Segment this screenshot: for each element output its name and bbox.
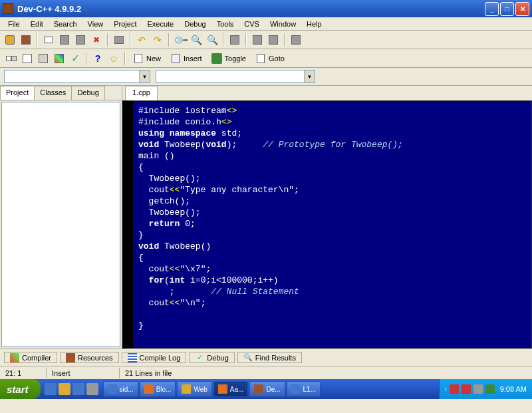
tab-debug-bottom[interactable]: ✓Debug	[189, 352, 234, 363]
open-icon[interactable]	[41, 33, 56, 47]
app-icon	[254, 384, 263, 394]
menu-debug[interactable]: Debug	[179, 19, 211, 29]
insert-button[interactable]: Insert	[166, 52, 206, 65]
clock[interactable]: 9:08 AM	[500, 385, 527, 393]
status-lines: 21 Lines in file	[120, 368, 532, 378]
new-button[interactable]: New	[129, 52, 165, 65]
menu-file[interactable]: File	[3, 19, 25, 29]
editor-tab-1cpp[interactable]: 1.cpp	[125, 86, 158, 100]
app-icon	[3, 3, 13, 14]
tray-icon[interactable]	[450, 384, 459, 394]
menu-window[interactable]: Window	[265, 19, 301, 29]
tab-compile-log[interactable]: Compile Log	[122, 352, 187, 363]
goto-button[interactable]: Goto	[251, 52, 289, 65]
toggle-icon	[211, 53, 222, 64]
taskbar-item[interactable]: Web	[177, 381, 211, 397]
statusbar: 21: 1 Insert 21 Lines in file	[0, 366, 532, 379]
tray-shield-icon[interactable]	[485, 384, 495, 394]
ql-chrome-icon[interactable]	[59, 383, 70, 395]
find-results-icon: 🔍	[243, 353, 253, 362]
close-file-icon[interactable]: ✖	[89, 33, 104, 47]
menubar: File Edit Search View Project Execute De…	[0, 17, 532, 31]
taskbar-item[interactable]: Aa...	[213, 381, 249, 397]
about-icon[interactable]: ☺	[106, 51, 121, 66]
tab-compiler[interactable]: Compiler	[4, 352, 57, 363]
app-icon	[182, 384, 191, 394]
run-icon[interactable]	[250, 33, 265, 47]
ql-explorer-icon[interactable]	[72, 383, 84, 395]
taskbar-item[interactable]: sid...	[103, 381, 138, 397]
chevron-down-icon[interactable]: ▼	[139, 70, 150, 82]
tab-project[interactable]: Project	[0, 86, 35, 100]
toggle-button[interactable]: Toggle	[207, 52, 250, 65]
window-title: Dev-C++ 4.9.9.2	[17, 4, 81, 14]
maximize-button[interactable]: □	[500, 2, 514, 16]
taskbar-item[interactable]: De...	[249, 381, 285, 397]
toolbar-main: ✖ ↶ ↷ 🔍 🔍 🔍	[0, 31, 532, 49]
goto-icon	[255, 53, 266, 64]
redo-icon[interactable]: ↷	[150, 33, 165, 47]
replace-icon[interactable]: 🔍	[189, 33, 203, 47]
compilerun-icon[interactable]	[266, 33, 281, 47]
app-icon	[291, 384, 301, 394]
squares-icon-4[interactable]	[52, 51, 66, 66]
rebuild-icon[interactable]	[289, 33, 303, 47]
code-editor[interactable]: #include iostream<> #include conio.h<> u…	[122, 100, 532, 348]
tab-resources[interactable]: Resources	[60, 352, 119, 363]
menu-project[interactable]: Project	[108, 19, 142, 29]
debug-icon: ✓	[195, 353, 204, 362]
minimize-button[interactable]: _	[485, 2, 499, 16]
titlebar: Dev-C++ 4.9.9.2 _ □ ✕	[0, 0, 532, 17]
new-file-icon	[133, 53, 144, 64]
toolbar-secondary: ✓ ? ☺ New Insert Toggle Goto	[0, 49, 532, 68]
squares-icon-3[interactable]	[36, 51, 51, 66]
new-project-icon[interactable]	[19, 33, 33, 47]
tab-find-results[interactable]: 🔍Find Results	[237, 352, 302, 363]
menu-help[interactable]: Help	[301, 19, 327, 29]
menu-edit[interactable]: Edit	[25, 19, 49, 29]
ql-desktop-icon[interactable]	[86, 383, 98, 395]
menu-search[interactable]: Search	[49, 19, 82, 29]
app-icon	[144, 384, 154, 394]
app-icon	[218, 384, 227, 394]
squares-icon-1[interactable]	[4, 51, 19, 66]
tab-debug[interactable]: Debug	[71, 86, 104, 100]
undo-icon[interactable]: ↶	[134, 33, 149, 47]
check-icon[interactable]: ✓	[68, 51, 82, 66]
save-icon[interactable]	[57, 33, 72, 47]
close-button[interactable]: ✕	[515, 2, 529, 16]
compiler-icon	[10, 353, 19, 362]
menu-tools[interactable]: Tools	[211, 19, 239, 29]
taskbar: start sid... Blo... Web Aa... De... L1..…	[0, 379, 532, 399]
tab-classes[interactable]: Classes	[34, 86, 72, 100]
findnext-icon[interactable]: 🔍	[205, 33, 219, 47]
insert-icon	[170, 53, 181, 64]
menu-cvs[interactable]: CVS	[239, 19, 265, 29]
output-tabs: Compiler Resources Compile Log ✓Debug 🔍F…	[0, 348, 532, 366]
class-browser-combo[interactable]: ▼	[4, 70, 150, 83]
function-browser-combo[interactable]: ▼	[156, 70, 315, 83]
app-icon	[108, 384, 117, 394]
ql-ie-icon[interactable]	[45, 383, 57, 395]
new-source-icon[interactable]	[3, 33, 17, 47]
start-button[interactable]: start	[0, 379, 41, 399]
system-tray: ‹ 9:08 AM	[439, 379, 532, 399]
help-icon[interactable]: ?	[90, 51, 105, 66]
saveall-icon[interactable]	[73, 33, 88, 47]
status-mode: Insert	[47, 368, 120, 378]
tray-icon[interactable]	[462, 384, 471, 394]
chevron-down-icon[interactable]: ▼	[304, 70, 315, 82]
find-icon[interactable]: 🔍	[173, 33, 188, 47]
tray-volume-icon[interactable]	[473, 384, 483, 394]
status-position: 21: 1	[0, 368, 47, 378]
menu-view[interactable]: View	[82, 19, 109, 29]
taskbar-item[interactable]: L1...	[287, 381, 321, 397]
compile-icon[interactable]	[227, 33, 242, 47]
print-icon[interactable]	[112, 33, 126, 47]
compile-log-icon	[128, 353, 137, 362]
squares-icon-2[interactable]	[20, 51, 35, 66]
taskbar-item[interactable]: Blo...	[140, 381, 176, 397]
resources-icon	[66, 353, 75, 362]
project-tree[interactable]	[1, 102, 120, 347]
menu-execute[interactable]: Execute	[142, 19, 179, 29]
